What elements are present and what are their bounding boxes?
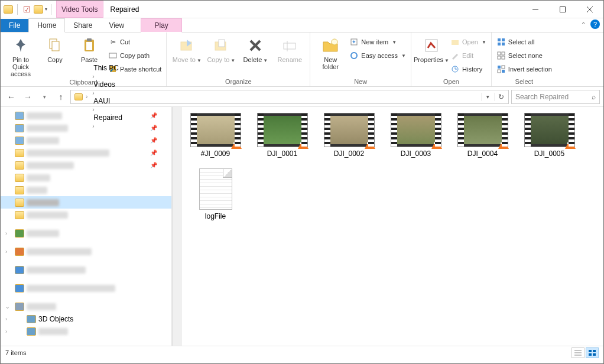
tree-item[interactable]: 📌 <box>1 109 171 122</box>
close-button[interactable] <box>576 1 603 18</box>
file-item-log[interactable]: logFile <box>184 166 246 220</box>
properties-button[interactable]: Properties▼ <box>416 35 447 63</box>
svg-rect-35 <box>498 70 501 73</box>
qat-customizer[interactable]: ▾ <box>45 6 47 12</box>
ribbon-collapse-icon[interactable]: ⌃ <box>581 21 586 28</box>
view-details-button[interactable] <box>571 347 584 358</box>
svg-rect-34 <box>502 66 505 69</box>
tree-item[interactable]: 📌 <box>1 147 171 159</box>
file-label: #JI_0009 <box>201 150 230 158</box>
window-title: Repaired <box>103 1 522 18</box>
copy-to-button[interactable]: Copy to▼ <box>206 35 236 63</box>
qat-new-folder-icon[interactable] <box>33 4 44 15</box>
app-folder-icon <box>3 4 14 15</box>
file-item-video[interactable]: DJI_0002 <box>318 113 380 158</box>
nav-tree[interactable]: 📌 📌 📌 📌 📌 › › ⌄ ›3D Objects › <box>1 107 172 346</box>
breadcrumb-root-icon[interactable]: › <box>72 93 91 100</box>
new-item-button[interactable]: ✦New item▼ <box>349 36 406 48</box>
svg-rect-42 <box>589 353 592 356</box>
refresh-button[interactable]: ↻ <box>494 93 507 101</box>
tree-item[interactable] <box>1 264 171 276</box>
svg-rect-8 <box>87 38 92 41</box>
file-label: DJI_0004 <box>467 150 498 158</box>
properties-icon <box>422 36 441 55</box>
tab-view[interactable]: View <box>100 19 132 32</box>
new-folder-icon <box>321 36 340 55</box>
select-none-button[interactable]: Select none <box>496 50 552 61</box>
svg-rect-25 <box>498 38 501 41</box>
nav-forward-button[interactable]: → <box>21 90 35 104</box>
file-item-video[interactable]: DJI_0005 <box>518 113 580 158</box>
tree-scrollbar[interactable] <box>172 107 182 346</box>
nav-back-button[interactable]: ← <box>4 90 18 104</box>
maximize-button[interactable] <box>549 1 576 18</box>
tree-item[interactable] <box>1 171 171 184</box>
breadcrumb-segment[interactable]: Videos <box>91 80 125 89</box>
file-label: DJI_0002 <box>334 150 364 158</box>
tree-item[interactable] <box>1 184 171 196</box>
help-icon[interactable]: ? <box>590 20 600 29</box>
tree-item[interactable]: › <box>1 245 171 258</box>
edit-button[interactable]: Edit <box>450 50 486 61</box>
pin-to-quick-access-button[interactable]: Pin to Quick access <box>5 35 36 77</box>
invert-selection-button[interactable]: Invert selection <box>496 63 552 75</box>
vlc-cone-icon <box>298 138 309 149</box>
svg-point-21 <box>351 53 357 58</box>
files-pane[interactable]: #JI_0009DJI_0001DJI_0002DJI_0003DJI_0004… <box>182 107 603 346</box>
select-all-button[interactable]: Select all <box>496 36 552 48</box>
tree-item[interactable]: › <box>1 227 171 239</box>
document-icon <box>199 168 232 210</box>
history-button[interactable]: History <box>450 63 486 75</box>
content-area: 📌 📌 📌 📌 📌 › › ⌄ ›3D Objects › #JI_0009DJ… <box>1 107 603 346</box>
tree-item-thispc[interactable]: ⌄ <box>1 300 171 313</box>
address-bar[interactable]: › This PC›Videos›AAUI›Repaired› ▾ ↻ <box>70 90 509 104</box>
tree-item[interactable]: › <box>1 325 171 337</box>
window-controls <box>522 1 603 18</box>
delete-icon <box>246 36 265 55</box>
tree-item-selected[interactable] <box>1 196 171 209</box>
tree-item[interactable]: 📌 <box>1 134 171 147</box>
address-dropdown-button[interactable]: ▾ <box>481 93 494 101</box>
new-folder-button[interactable]: New folder <box>315 35 346 70</box>
tab-share[interactable]: Share <box>65 19 100 32</box>
copy-path-button[interactable]: Copy path <box>108 50 161 61</box>
edit-icon <box>450 51 460 60</box>
tree-item[interactable] <box>1 209 171 221</box>
video-thumbnail <box>257 113 308 147</box>
file-item-video[interactable]: #JI_0009 <box>184 113 246 158</box>
move-to-button[interactable]: Move to▼ <box>171 35 202 63</box>
tree-item[interactable]: 📌 <box>1 159 171 171</box>
delete-button[interactable]: Delete▼ <box>240 35 271 63</box>
file-label: DJI_0005 <box>534 150 564 158</box>
history-icon <box>450 64 460 74</box>
minimize-button[interactable] <box>522 1 549 18</box>
easy-access-button[interactable]: Easy access▼ <box>349 50 406 61</box>
tree-item[interactable]: 📌 <box>1 122 171 134</box>
file-item-video[interactable]: DJI_0003 <box>385 113 447 158</box>
copy-button[interactable]: Copy <box>40 35 70 63</box>
breadcrumb-segment[interactable]: AAUI <box>91 97 125 105</box>
cut-button[interactable]: ✂Cut <box>108 36 161 48</box>
svg-rect-33 <box>498 66 501 69</box>
rename-button[interactable]: Rename <box>274 35 305 63</box>
paste-button[interactable]: Paste <box>74 35 105 63</box>
qat-properties-icon[interactable]: ☑ <box>21 4 32 15</box>
open-icon <box>450 37 460 47</box>
nav-recent-button[interactable]: ▾ <box>37 90 51 104</box>
nav-up-button[interactable]: ↑ <box>54 90 68 104</box>
tab-play[interactable]: Play <box>141 18 182 32</box>
open-button[interactable]: Open▼ <box>450 36 486 48</box>
tree-item-3d-objects[interactable]: ›3D Objects <box>1 313 171 325</box>
contextual-tab-header: Video Tools <box>56 1 103 18</box>
search-box[interactable]: Search Repaired ⌕ <box>511 90 600 104</box>
file-item-video[interactable]: DJI_0001 <box>251 113 313 158</box>
svg-rect-16 <box>284 43 295 49</box>
copy-icon <box>46 36 64 55</box>
tab-home[interactable]: Home <box>28 18 65 32</box>
view-thumbnails-button[interactable] <box>586 347 599 358</box>
video-thumbnail <box>457 113 508 147</box>
tab-file[interactable]: File <box>1 19 28 32</box>
file-item-video[interactable]: DJI_0004 <box>452 113 514 158</box>
tree-item[interactable] <box>1 282 171 294</box>
breadcrumb-segment[interactable]: This PC <box>91 64 125 72</box>
